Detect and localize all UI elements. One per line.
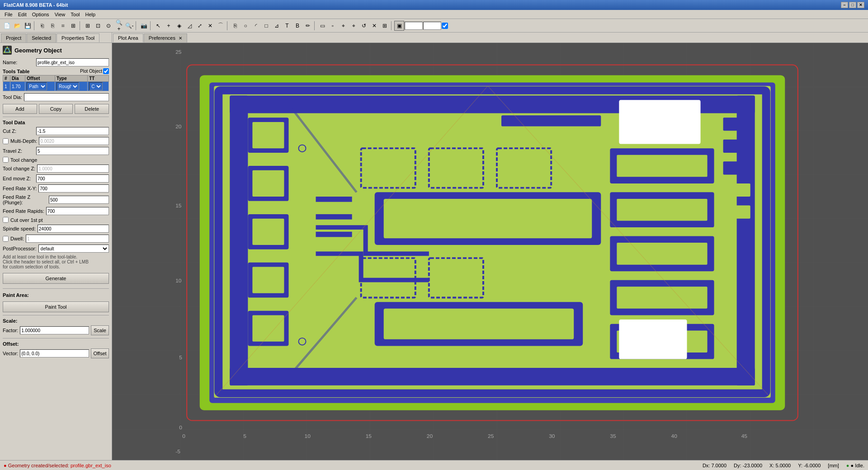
tab-project[interactable]: Project — [1, 33, 26, 42]
tb-btn2[interactable]: ▫ — [328, 21, 338, 31]
dwell-input[interactable] — [26, 235, 109, 243]
maximize-btn[interactable]: □ — [849, 2, 856, 8]
export-btn3[interactable]: ⌗ — [58, 21, 68, 31]
paint-area-section: Paint Area: Paint Tool — [3, 292, 109, 312]
travel-z-input[interactable] — [36, 147, 109, 155]
pcb-svg: 25 20 15 10 5 0 -5 0 5 10 15 20 25 30 35 — [112, 43, 868, 460]
move-btn[interactable]: ⤢ — [195, 21, 205, 31]
save-btn[interactable]: 💾 — [23, 21, 33, 31]
tb-btn3[interactable]: ⌖ — [338, 21, 348, 31]
open-btn[interactable]: 📂 — [12, 21, 22, 31]
plot-tab-area[interactable]: Plot Area — [113, 33, 143, 42]
menu-help[interactable]: Help — [82, 11, 98, 18]
copy-tool-btn[interactable]: ⎘ — [230, 21, 240, 31]
preferences-close-icon[interactable]: ✕ — [179, 36, 182, 41]
plot-tab-preferences[interactable]: Preferences ✕ — [144, 33, 187, 42]
zoom-value-1[interactable]: 1.0 — [405, 22, 423, 30]
tb-btn6[interactable]: ✕ — [369, 21, 379, 31]
svg-rect-84 — [723, 183, 750, 197]
tb-btn1[interactable]: ▭ — [317, 21, 327, 31]
rect-btn[interactable]: □ — [261, 21, 271, 31]
svg-rect-67 — [617, 199, 707, 221]
plot-object-checkbox[interactable] — [103, 68, 109, 74]
delete-btn[interactable]: Delete — [75, 104, 109, 114]
tool-dia-input[interactable] — [24, 93, 109, 101]
bold-btn[interactable]: B — [292, 21, 302, 31]
type-select[interactable]: Rough — [57, 82, 79, 90]
zoom-out-btn[interactable]: 🔍- — [124, 21, 134, 31]
tt-select[interactable]: C1 — [89, 82, 103, 90]
arc-btn[interactable]: ◜ — [251, 21, 261, 31]
pencil-btn[interactable]: ✏ — [303, 21, 313, 31]
table-row[interactable]: 1 1.70 Path Rough — [3, 82, 109, 91]
name-input[interactable] — [36, 58, 109, 66]
vector-input[interactable] — [20, 349, 89, 357]
tools-table-label: Tools Table — [3, 69, 80, 74]
path-btn[interactable]: ⌒ — [216, 21, 226, 31]
grid-btn2[interactable]: ⊡ — [93, 21, 103, 31]
export-btn4[interactable]: ⊞ — [68, 21, 78, 31]
svg-text:25: 25 — [488, 433, 494, 440]
tb-btn4[interactable]: ⌖ — [349, 21, 359, 31]
offset-row: Vector: Offset — [3, 348, 109, 358]
close-btn[interactable]: ✕ — [857, 2, 864, 8]
tab-properties-tool[interactable]: Properties Tool — [57, 33, 99, 42]
window-controls[interactable]: − □ ✕ — [841, 2, 864, 8]
zoom-fit-btn[interactable]: ⊙ — [104, 21, 113, 31]
circle-btn[interactable]: ○ — [241, 21, 250, 31]
menu-tool[interactable]: Tool — [68, 11, 82, 18]
tab-selected[interactable]: Selected — [27, 33, 56, 42]
multi-depth-checkbox[interactable] — [3, 138, 9, 144]
add-btn[interactable]: + — [164, 21, 174, 31]
tool-change-z-row: Tool change Z: — [3, 164, 109, 173]
tool-change-checkbox[interactable] — [3, 157, 9, 163]
end-move-z-label: End move Z: — [3, 176, 34, 181]
generate-btn[interactable]: Generate — [3, 273, 109, 284]
export-btn2[interactable]: ⎘ — [47, 21, 57, 31]
copy-btn[interactable]: Copy — [39, 104, 73, 114]
paint-tool-btn[interactable]: Paint Tool — [3, 301, 109, 312]
tb-btn5[interactable]: ↺ — [359, 21, 369, 31]
new-btn[interactable]: 📄 — [2, 21, 12, 31]
menu-options[interactable]: Options — [29, 11, 52, 18]
cut-z-input[interactable] — [36, 127, 109, 135]
tb-btn7[interactable]: ⊞ — [380, 21, 390, 31]
add-btn[interactable]: Add — [3, 104, 37, 114]
tool-change-z-input[interactable] — [37, 164, 109, 173]
vertex-btn[interactable]: ◈ — [174, 21, 184, 31]
divider-1 — [3, 117, 109, 117]
grid-square-btn[interactable]: ▣ — [394, 21, 404, 31]
feed-rate-z-row: Feed Rate Z (Plunge): — [3, 194, 109, 205]
cam-btn[interactable]: 📷 — [139, 21, 149, 31]
poly-btn[interactable]: ⊿ — [272, 21, 282, 31]
scale-btn[interactable]: Scale — [91, 325, 109, 335]
plot-canvas[interactable]: 25 20 15 10 5 0 -5 0 5 10 15 20 25 30 35 — [112, 43, 868, 460]
select-tool-btn[interactable]: ↖ — [153, 21, 163, 31]
svg-point-93 — [298, 338, 306, 345]
text-btn[interactable]: T — [282, 21, 292, 31]
minimize-btn[interactable]: − — [841, 2, 848, 8]
dwell-label: Dwell: — [10, 236, 24, 241]
menu-edit[interactable]: Edit — [15, 11, 29, 18]
zoom-in-btn[interactable]: 🔍+ — [114, 21, 124, 31]
offset-select[interactable]: Path — [27, 82, 47, 90]
end-move-z-input[interactable] — [36, 174, 109, 183]
postprocessor-select[interactable]: default — [38, 244, 109, 253]
corner-btn[interactable]: ◿ — [184, 21, 194, 31]
spindle-speed-input[interactable] — [38, 225, 109, 233]
menu-view[interactable]: View — [52, 11, 68, 18]
cross-btn[interactable]: ✕ — [205, 21, 215, 31]
feed-rate-xy-input[interactable] — [38, 184, 109, 193]
dwell-checkbox[interactable] — [3, 236, 9, 242]
factor-input[interactable] — [20, 326, 89, 334]
feed-rate-rapids-input[interactable] — [46, 207, 109, 215]
feed-rate-z-input[interactable] — [49, 196, 109, 204]
export-btn1[interactable]: ⎗ — [37, 21, 47, 31]
grid-btn[interactable]: ⊞ — [83, 21, 93, 31]
multi-depth-input[interactable] — [39, 137, 109, 145]
offset-btn[interactable]: Offset — [91, 348, 109, 358]
menu-file[interactable]: File — [2, 11, 15, 18]
cut-over-checkbox[interactable] — [3, 217, 9, 223]
toolbar-checkbox[interactable] — [442, 23, 448, 29]
zoom-value-2[interactable]: 1.0 — [423, 22, 441, 30]
